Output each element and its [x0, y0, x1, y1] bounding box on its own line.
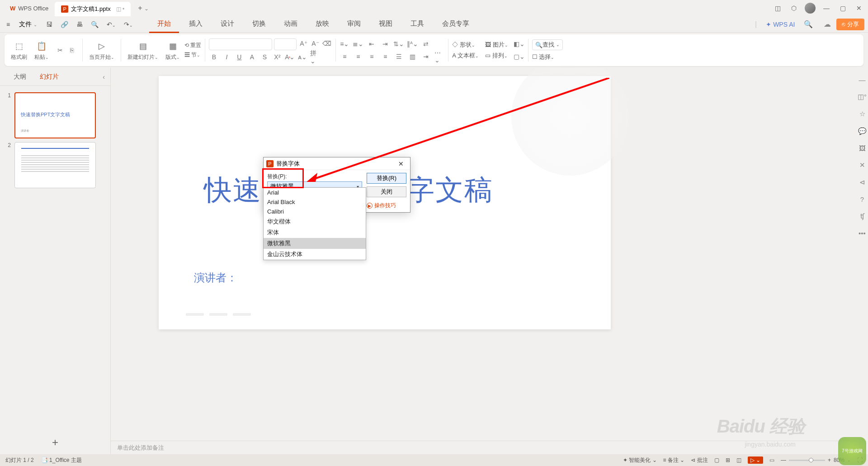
tab-review[interactable]: 审阅: [339, 16, 369, 33]
view-reading-icon[interactable]: ◫: [736, 457, 741, 463]
paste-group[interactable]: 📋粘贴⌄: [32, 40, 52, 61]
font-option[interactable]: 微软雅黑: [264, 238, 366, 249]
close-button[interactable]: 关闭: [367, 186, 406, 197]
text-direction-icon[interactable]: ‖ᴬ⌄: [407, 39, 417, 49]
preview-icon[interactable]: 🔍: [88, 19, 101, 30]
chat-icon[interactable]: 💬: [858, 127, 867, 135]
cloud-icon[interactable]: ☁: [824, 20, 831, 29]
tab-transition[interactable]: 切换: [244, 16, 274, 33]
tab-view[interactable]: 视图: [371, 16, 401, 33]
print-icon[interactable]: 🖶: [74, 19, 85, 30]
notes-area[interactable]: 单击此处添加备注: [111, 441, 856, 454]
increase-font-icon[interactable]: A⁺: [298, 38, 308, 48]
collapse-icon[interactable]: ‹: [103, 73, 105, 81]
select-button[interactable]: ☐ 选择⌄: [532, 53, 563, 61]
align-left-icon[interactable]: ≡: [340, 52, 349, 62]
slides-tab[interactable]: 幻灯片: [40, 73, 59, 81]
close-icon[interactable]: ✕: [854, 3, 864, 14]
arrange-button[interactable]: ▭ 排列⌄: [485, 52, 508, 60]
strikethrough-icon[interactable]: S: [259, 52, 269, 62]
undo-icon[interactable]: ↶⌄: [104, 19, 118, 30]
zoom-slider[interactable]: [789, 460, 825, 461]
help-icon[interactable]: ?: [860, 195, 864, 203]
format-brush-group[interactable]: ⬚格式刷: [8, 40, 30, 61]
tab-slideshow[interactable]: 放映: [307, 16, 337, 33]
export-icon[interactable]: 🔗: [58, 19, 71, 30]
tab-tools[interactable]: 工具: [402, 16, 432, 33]
star-icon[interactable]: ☆: [859, 110, 865, 118]
tab-member[interactable]: 会员专享: [434, 16, 477, 33]
highlight-icon[interactable]: A: [247, 52, 257, 62]
number-list-icon[interactable]: ≣⌄: [353, 39, 363, 49]
tab-wps-home[interactable]: WWPS Office: [4, 2, 55, 14]
section-button[interactable]: ☰ 节⌄: [184, 51, 201, 59]
align-right-icon[interactable]: ≡: [367, 52, 377, 62]
file-menu[interactable]: 文件⌄: [15, 19, 41, 29]
tab-current-file[interactable]: P文字文稿1.pptx◫ •: [55, 2, 131, 16]
slide-thumbnail-1[interactable]: 快速替换PPT文字文稿 演讲者:: [14, 92, 96, 138]
font-size-selector[interactable]: [274, 38, 297, 50]
minus-icon[interactable]: —: [859, 76, 866, 84]
window-mode-icon[interactable]: ◫: [772, 3, 783, 14]
review-button[interactable]: ⊲ 批注: [691, 456, 708, 464]
align-justify-icon[interactable]: ≡: [380, 52, 390, 62]
outline-tab[interactable]: 大纲: [14, 73, 26, 81]
underline-icon[interactable]: U: [234, 52, 244, 62]
tips-link[interactable]: ▶操作技巧: [367, 202, 406, 209]
settings-icon[interactable]: ◫°: [858, 93, 867, 101]
hanger-icon[interactable]: ʧ: [860, 212, 864, 220]
superscript-icon[interactable]: X²: [272, 52, 282, 62]
notes-button[interactable]: ≡ 备注 ⌄: [663, 456, 685, 464]
convert-icon[interactable]: ⇄: [421, 39, 431, 49]
redo-icon[interactable]: ↷⌄: [121, 19, 136, 30]
slide-thumbnail-2[interactable]: [14, 142, 96, 188]
italic-icon[interactable]: I: [222, 52, 231, 62]
start-page-group[interactable]: ▷当页开始⌄: [86, 40, 117, 61]
zoom-thumb[interactable]: [809, 458, 813, 462]
font-option[interactable]: Calibri: [264, 207, 366, 216]
align-center-icon[interactable]: ≡: [353, 52, 363, 62]
add-slide-button[interactable]: +: [0, 431, 110, 454]
distribute-icon[interactable]: ☰: [394, 52, 404, 62]
outline-icon[interactable]: ▢⌄: [514, 52, 524, 62]
scissors-icon[interactable]: ✂: [55, 45, 65, 55]
font-option[interactable]: 华文楷体: [264, 216, 366, 227]
text-effect-icon[interactable]: ᴀ⌄: [297, 52, 307, 62]
tab-start[interactable]: 开始: [149, 16, 179, 33]
cube-icon[interactable]: ⬡: [788, 3, 799, 14]
save-icon[interactable]: 🖫: [43, 19, 55, 30]
find-button[interactable]: 🔍 查找⌄: [532, 39, 563, 50]
dialog-close-button[interactable]: ✕: [395, 159, 407, 168]
tab-animation[interactable]: 动画: [276, 16, 306, 33]
font-option[interactable]: 宋体: [264, 227, 366, 238]
layout-group[interactable]: ▦版式⌄: [163, 40, 183, 61]
textbox-button[interactable]: A 文本框⌄: [452, 52, 479, 60]
beautify-button[interactable]: ✦ 智能美化 ⌄: [623, 456, 657, 464]
zoom-in-icon[interactable]: +: [828, 457, 831, 463]
menu-icon[interactable]: ≡: [4, 19, 13, 30]
copy-icon[interactable]: ⎘: [67, 45, 77, 55]
reset-button[interactable]: ⟲ 重置: [184, 42, 201, 49]
search-icon[interactable]: 🔍: [804, 20, 813, 29]
share-button[interactable]: ⎋ 分享: [836, 19, 864, 30]
new-tab-button[interactable]: + ⌄: [134, 2, 152, 14]
replace-button[interactable]: 替换(R): [367, 173, 406, 184]
line-spacing-icon[interactable]: ⇅⌄: [394, 39, 404, 49]
picture-button[interactable]: 🖼 图片⌄: [485, 41, 508, 49]
new-slide-group[interactable]: ▤新建幻灯片⌄: [125, 40, 161, 61]
view-slideshow-icon[interactable]: ▷ ⌄: [748, 456, 763, 464]
image-icon[interactable]: 🖼: [859, 144, 866, 152]
tab-insert[interactable]: 插入: [181, 16, 211, 33]
tools-icon[interactable]: ✕: [859, 161, 865, 169]
maximize-icon[interactable]: ▢: [837, 3, 848, 14]
font-color-icon[interactable]: A⌄: [285, 52, 295, 62]
view-presenter-icon[interactable]: ▭: [769, 457, 774, 463]
phonetic-icon[interactable]: 拼⌄: [310, 52, 320, 62]
bullet-list-icon[interactable]: ≡⌄: [340, 39, 349, 49]
more-para-icon[interactable]: ⋯⌄: [434, 52, 444, 62]
slide-presenter[interactable]: 演讲者：: [194, 271, 237, 285]
font-option[interactable]: Arial: [264, 188, 366, 197]
indent-left-icon[interactable]: ⇤: [367, 39, 377, 49]
font-selector[interactable]: [209, 38, 272, 50]
minimize-icon[interactable]: —: [821, 3, 832, 14]
